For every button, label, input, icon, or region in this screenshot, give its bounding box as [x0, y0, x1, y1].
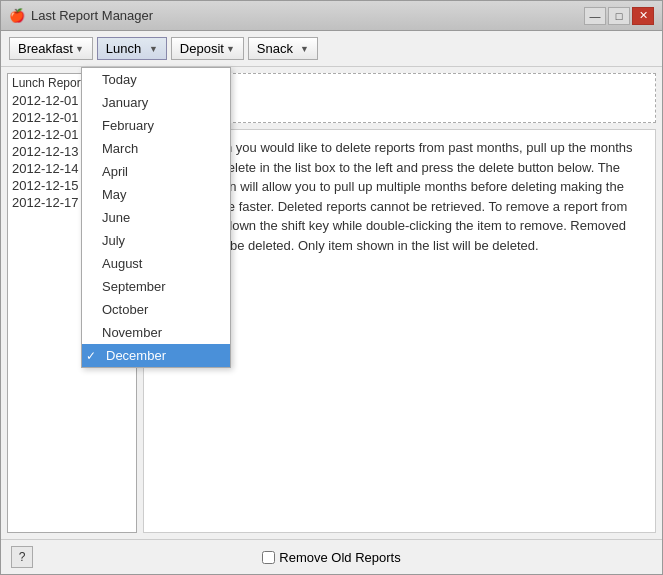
- minimize-button[interactable]: —: [584, 7, 606, 25]
- breakfast-label: Breakfast: [18, 41, 73, 56]
- dropdown-item-august[interactable]: August: [82, 252, 230, 275]
- snack-label: Snack: [257, 41, 293, 56]
- snack-arrow-icon: ▼: [300, 44, 309, 54]
- dropdown-item-september[interactable]: September: [82, 275, 230, 298]
- dropdown-item-november[interactable]: November: [82, 321, 230, 344]
- dropdown-item-today[interactable]: Today: [82, 68, 230, 91]
- deposit-label: Deposit: [180, 41, 224, 56]
- dropdown-item-may[interactable]: May: [82, 183, 230, 206]
- breakfast-dropdown[interactable]: Breakfast ▼: [9, 37, 93, 60]
- dropdown-item-december[interactable]: ✓ December: [82, 344, 230, 367]
- dropdown-item-february[interactable]: February: [82, 114, 230, 137]
- lunch-label: Lunch: [106, 41, 141, 56]
- maximize-button[interactable]: □: [608, 7, 630, 25]
- footer: ? Remove Old Reports: [1, 539, 662, 574]
- lunch-dropdown[interactable]: Lunch ▼: [97, 37, 167, 60]
- dropdown-item-march[interactable]: March: [82, 137, 230, 160]
- dropdown-item-june[interactable]: June: [82, 206, 230, 229]
- help-button[interactable]: ?: [11, 546, 33, 568]
- remove-old-reports-checkbox[interactable]: [262, 551, 275, 564]
- dropdown-item-october[interactable]: October: [82, 298, 230, 321]
- deposit-arrow-icon: ▼: [226, 44, 235, 54]
- snack-dropdown[interactable]: Snack ▼: [248, 37, 318, 60]
- window-title: Last Report Manager: [31, 8, 153, 23]
- dropdown-item-july[interactable]: July: [82, 229, 230, 252]
- title-bar-left: 🍎 Last Report Manager: [9, 8, 153, 24]
- main-content: Lunch Reports from 2012-12-01 20_02_3 20…: [1, 67, 662, 539]
- breakfast-arrow-icon: ▼: [75, 44, 84, 54]
- lunch-arrow-icon: ▼: [149, 44, 158, 54]
- close-button[interactable]: ✕: [632, 7, 654, 25]
- deposit-dropdown[interactable]: Deposit ▼: [171, 37, 244, 60]
- app-icon: 🍎: [9, 8, 25, 24]
- check-icon: ✓: [86, 349, 102, 363]
- title-bar: 🍎 Last Report Manager — □ ✕: [1, 1, 662, 31]
- month-dropdown: Today January February March April May J…: [81, 67, 231, 368]
- remove-old-reports-label: Remove Old Reports: [279, 550, 400, 565]
- dropdown-item-january[interactable]: January: [82, 91, 230, 114]
- footer-center: Remove Old Reports: [262, 550, 400, 565]
- main-window: 🍎 Last Report Manager — □ ✕ Breakfast ▼ …: [0, 0, 663, 575]
- title-buttons: — □ ✕: [584, 7, 654, 25]
- dropdown-item-april[interactable]: April: [82, 160, 230, 183]
- toolbar: Breakfast ▼ Lunch ▼ Deposit ▼ Snack ▼: [1, 31, 662, 67]
- remove-old-reports-wrapper: Remove Old Reports: [262, 550, 400, 565]
